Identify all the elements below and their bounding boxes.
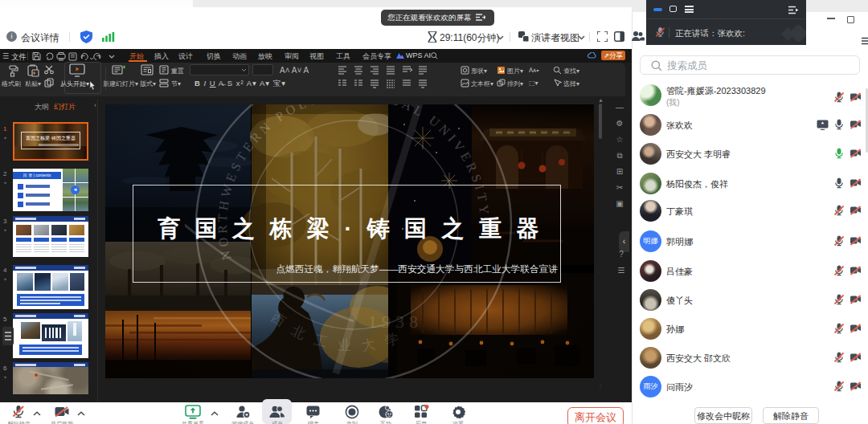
svg-text:1938: 1938 (368, 312, 423, 332)
